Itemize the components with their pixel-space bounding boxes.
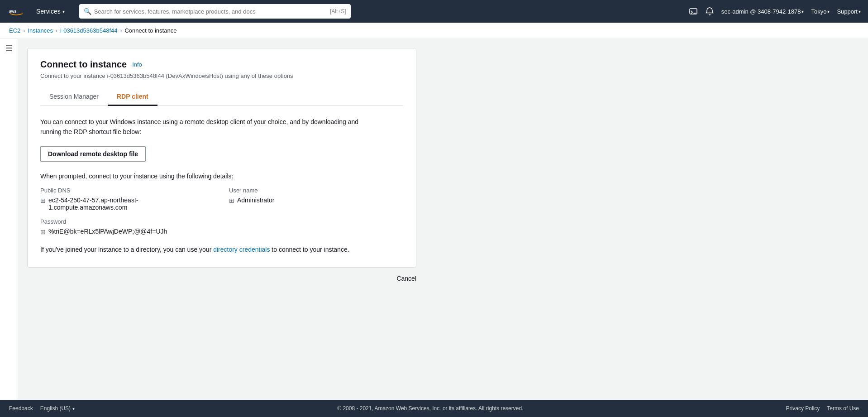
hamburger-button[interactable]: ☰ xyxy=(5,43,13,53)
footer-copyright: © 2008 - 2021, Amazon Web Services, Inc.… xyxy=(337,405,523,412)
language-selector[interactable]: English (US) ▾ xyxy=(40,405,75,412)
region-button[interactable]: Tokyo ▾ xyxy=(811,8,830,15)
directory-credentials-link[interactable]: directory credentials xyxy=(213,246,270,253)
directory-note: If you've joined your instance to a dire… xyxy=(40,244,403,254)
language-caret-icon: ▾ xyxy=(72,406,75,411)
username-label: User name xyxy=(229,187,403,194)
cancel-button[interactable]: Cancel xyxy=(396,275,416,282)
search-shortcut: [Alt+S] xyxy=(330,8,346,14)
main-content: Connect to instance Info Connect to your… xyxy=(18,39,868,400)
public-dns-value-row: ⊞ ec2-54-250-47-57.ap-northeast-1.comput… xyxy=(40,197,215,211)
download-rdp-label: Download remote desktop file xyxy=(48,150,138,158)
aws-logo: aws xyxy=(7,6,25,17)
username-copy-icon[interactable]: ⊞ xyxy=(229,197,234,204)
support-label: Support xyxy=(837,8,858,15)
password-value-row: ⊞ %triE@bk=eRLx5lPAwjDeWP;@@4f=UJh xyxy=(40,228,403,235)
breadcrumb-instances[interactable]: Instances xyxy=(28,27,53,34)
password-label: Password xyxy=(40,218,403,225)
search-input[interactable] xyxy=(94,8,330,15)
card-title-row: Connect to instance Info xyxy=(40,59,403,70)
breadcrumb-ec2[interactable]: EC2 xyxy=(9,27,20,34)
svg-text:aws: aws xyxy=(9,9,17,14)
services-caret-icon: ▾ xyxy=(62,9,65,14)
card-subtitle: Connect to your instance i-03613d5363b54… xyxy=(40,72,403,79)
language-label: English (US) xyxy=(40,405,71,412)
rdp-client-content: You can connect to your Windows instance… xyxy=(40,117,403,254)
download-rdp-button[interactable]: Download remote desktop file xyxy=(40,146,146,162)
cloudshell-button[interactable] xyxy=(689,7,698,16)
info-link[interactable]: Info xyxy=(132,61,142,68)
footer-right: Privacy Policy Terms of Use xyxy=(786,405,859,412)
terms-of-use-link[interactable]: Terms of Use xyxy=(827,405,859,412)
connection-details-grid: Public DNS ⊞ ec2-54-250-47-57.ap-northea… xyxy=(40,187,403,211)
tabs: Session Manager RDP client xyxy=(40,88,403,106)
password-copy-icon[interactable]: ⊞ xyxy=(40,228,46,235)
support-button[interactable]: Support ▾ xyxy=(837,8,861,15)
breadcrumb-sep-3: › xyxy=(120,28,122,34)
prompt-text: When prompted, connect to your instance … xyxy=(40,173,403,180)
public-dns-label: Public DNS xyxy=(40,187,215,194)
search-bar: 🔍 [Alt+S] xyxy=(79,4,351,19)
user-caret-icon: ▾ xyxy=(801,9,804,14)
tab-session-manager-label: Session Manager xyxy=(49,93,99,100)
nav-right: sec-admin @ 3408-7942-1878 ▾ Tokyo ▾ Sup… xyxy=(689,7,861,16)
card-title: Connect to instance xyxy=(40,59,127,70)
username-value: Administrator xyxy=(237,197,274,204)
username-section: User name ⊞ Administrator xyxy=(229,187,403,211)
region-label: Tokyo xyxy=(811,8,826,15)
user-label: sec-admin @ 3408-7942-1878 xyxy=(721,8,801,15)
action-row: Cancel xyxy=(27,268,416,289)
public-dns-section: Public DNS ⊞ ec2-54-250-47-57.ap-northea… xyxy=(40,187,215,211)
privacy-policy-link[interactable]: Privacy Policy xyxy=(786,405,820,412)
feedback-link[interactable]: Feedback xyxy=(9,405,33,412)
sidebar-toggle: ☰ xyxy=(0,39,18,400)
public-dns-value: ec2-54-250-47-57.ap-northeast-1.compute.… xyxy=(48,197,215,211)
services-menu-button[interactable]: Services ▾ xyxy=(33,6,68,17)
search-icon: 🔍 xyxy=(84,8,91,15)
connect-card: Connect to instance Info Connect to your… xyxy=(27,48,416,268)
tab-rdp-client[interactable]: RDP client xyxy=(108,88,157,106)
breadcrumb: EC2 › Instances › i-03613d5363b548f44 › … xyxy=(0,23,868,39)
public-dns-copy-icon[interactable]: ⊞ xyxy=(40,197,46,204)
username-value-row: ⊞ Administrator xyxy=(229,197,403,204)
support-caret-icon: ▾ xyxy=(858,9,861,14)
notifications-button[interactable] xyxy=(705,7,714,16)
breadcrumb-current: Connect to instance xyxy=(124,27,176,34)
tab-rdp-client-label: RDP client xyxy=(117,93,148,100)
footer-left: Feedback English (US) ▾ xyxy=(9,405,75,412)
user-menu-button[interactable]: sec-admin @ 3408-7942-1878 ▾ xyxy=(721,8,804,15)
password-section: Password ⊞ %triE@bk=eRLx5lPAwjDeWP;@@4f=… xyxy=(40,218,403,235)
region-caret-icon: ▾ xyxy=(827,9,830,14)
page-body: ☰ Connect to instance Info Connect to yo… xyxy=(0,39,868,400)
rdp-description: You can connect to your Windows instance… xyxy=(40,117,380,137)
footer: Feedback English (US) ▾ © 2008 - 2021, A… xyxy=(0,400,868,417)
breadcrumb-instance-id[interactable]: i-03613d5363b548f44 xyxy=(60,27,118,34)
tab-session-manager[interactable]: Session Manager xyxy=(40,88,108,106)
top-navigation: aws Services ▾ 🔍 [Alt+S] sec-admin @ 340… xyxy=(0,0,868,23)
services-label: Services xyxy=(36,8,61,15)
password-value: %triE@bk=eRLx5lPAwjDeWP;@@4f=UJh xyxy=(48,228,167,235)
breadcrumb-sep-1: › xyxy=(23,28,25,34)
breadcrumb-sep-2: › xyxy=(56,28,57,34)
